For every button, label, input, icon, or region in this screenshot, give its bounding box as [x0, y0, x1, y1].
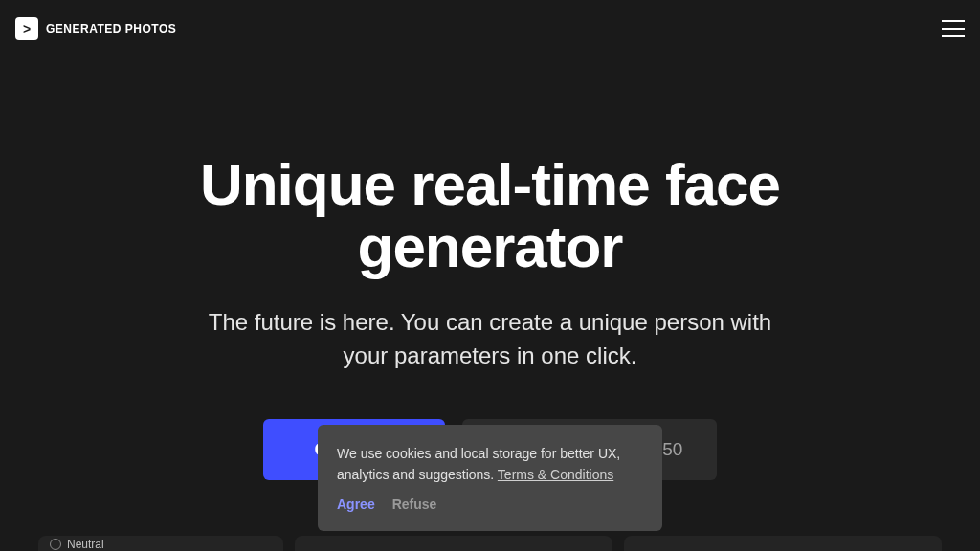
- brand-name: GENERATED PHOTOS: [46, 22, 176, 35]
- page-title: Unique real-time face generator: [145, 153, 835, 277]
- preview-card[interactable]: [295, 536, 612, 551]
- circle-icon: [50, 539, 61, 550]
- preview-card[interactable]: [624, 536, 942, 551]
- cookie-banner: We use cookies and local storage for bet…: [318, 425, 662, 531]
- bottom-preview-bar: Neutral: [0, 536, 980, 551]
- preview-card[interactable]: Neutral: [38, 536, 283, 551]
- menu-icon[interactable]: [942, 20, 965, 37]
- page-subtitle: The future is here. You can create a uni…: [184, 306, 796, 373]
- terms-link[interactable]: Terms & Conditions: [498, 467, 613, 482]
- site-header: > GENERATED PHOTOS: [0, 0, 980, 57]
- cookie-agree-button[interactable]: Agree: [337, 495, 375, 516]
- cookie-refuse-button[interactable]: Refuse: [392, 495, 437, 516]
- hero-section: Unique real-time face generator The futu…: [0, 57, 980, 480]
- logo-icon: >: [15, 17, 38, 40]
- preview-tag: Neutral: [50, 538, 104, 551]
- brand-logo[interactable]: > GENERATED PHOTOS: [15, 17, 176, 40]
